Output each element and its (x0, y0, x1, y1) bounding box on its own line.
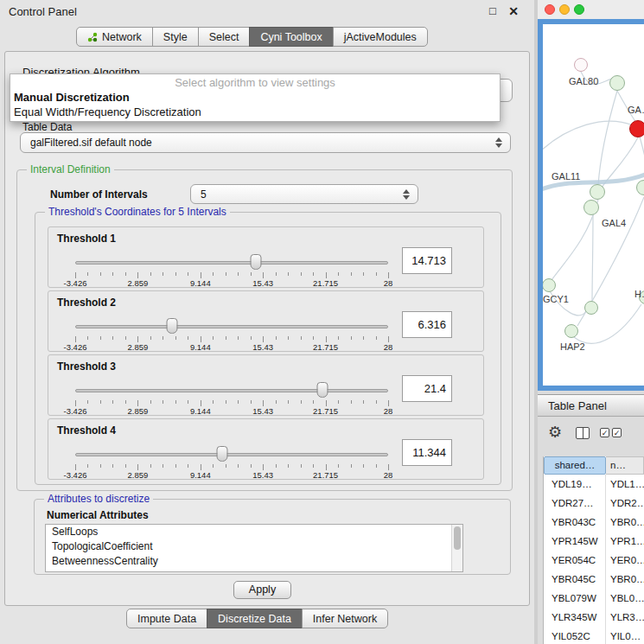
attribute-list-item[interactable]: SelfLoops (46, 525, 462, 539)
slider-track[interactable] (75, 261, 388, 265)
scale-label: 21.715 (313, 342, 338, 352)
gear-icon[interactable]: ⚙ (548, 423, 562, 442)
num-intervals-combobox[interactable]: 5 (190, 184, 418, 204)
scrollbar-thumb[interactable] (454, 526, 461, 550)
scale-label: 28 (384, 278, 393, 288)
checkbox-icon[interactable]: ✓ (612, 428, 622, 437)
table-row[interactable]: YDR27…YDR2… (544, 494, 644, 513)
tab-impute-data[interactable]: Impute Data (126, 609, 207, 628)
dropdown-item[interactable]: Equal Width/Frequency Discretization (10, 105, 500, 119)
threshold-slider[interactable]: -3.4262.8599.14415.4321.71528 (75, 381, 388, 414)
window-title: Control Panel (9, 5, 77, 18)
interval-definition-group: Interval Definition Number of Intervals … (16, 169, 513, 491)
threshold-slider[interactable]: -3.4262.8599.14415.4321.71528 (75, 253, 388, 286)
network-node-label: GAL4 (602, 218, 626, 228)
mac-close-button[interactable] (545, 4, 555, 15)
slider-thumb[interactable] (316, 382, 328, 398)
scale-label: 2.859 (128, 278, 149, 288)
float-window-icon[interactable]: □ (486, 4, 500, 17)
slider-scale-labels: -3.4262.8599.14415.4321.71528 (75, 470, 388, 480)
tab-label: Style (163, 31, 188, 43)
numerical-attributes-list[interactable]: SelfLoopsTopologicalCoefficientBetweenne… (45, 524, 463, 572)
table-row[interactable]: YIL052CYIL0… (544, 627, 644, 644)
threshold-value-field[interactable]: 6.316 (402, 311, 452, 338)
table-panel-header: Table Panel (538, 394, 644, 417)
scale-label: 21.715 (313, 278, 338, 288)
table-data-combobox[interactable]: galFiltered.sif default node (20, 132, 511, 153)
close-window-icon[interactable]: ✕ (507, 4, 520, 18)
scale-label: 2.859 (128, 470, 149, 480)
mac-minimize-button[interactable] (559, 4, 570, 15)
network-node-label: GAL11 (552, 171, 580, 182)
tab-jactivemodules[interactable]: jActiveModules (333, 27, 428, 47)
columns-icon[interactable] (576, 427, 590, 439)
column-header-shared-name[interactable]: shared… (544, 456, 606, 475)
scale-label: 9.144 (190, 278, 211, 288)
top-tab-bar: Network Style Select Cyni Toolbox jActiv… (76, 27, 428, 47)
slider-thumb[interactable] (167, 318, 178, 334)
network-node[interactable] (583, 200, 599, 215)
scale-label: 15.43 (252, 342, 273, 352)
tab-cyni-toolbox[interactable]: Cyni Toolbox (249, 27, 333, 47)
tab-network[interactable]: Network (76, 27, 153, 47)
table-row[interactable]: YDL19…YDL1… (544, 475, 644, 494)
threshold-block: Threshold 3 -3.4262.8599.14415.4321.7152… (48, 354, 484, 416)
slider-thumb[interactable] (250, 254, 261, 270)
threshold-slider[interactable]: -3.4262.8599.14415.4321.71528 (75, 445, 388, 478)
table-row[interactable]: YPR145WYPR1… (544, 532, 644, 551)
threshold-value-field[interactable]: 11.344 (402, 439, 452, 466)
combo-arrows-icon (402, 189, 411, 200)
column-header-name[interactable]: n… (606, 456, 644, 475)
slider-track[interactable] (75, 389, 388, 392)
threshold-block: Threshold 4 -3.4262.8599.14415.4321.7152… (48, 418, 484, 480)
table-row[interactable]: YBR043CYBR0… (544, 513, 644, 532)
network-canvas[interactable]: GAL80GA…GAL11GAL4GCY1H…HAP2 (543, 24, 644, 386)
network-node[interactable] (584, 301, 598, 315)
tab-label: Impute Data (137, 613, 196, 625)
scale-label: -3.426 (64, 342, 87, 352)
bottom-tab-bar: Impute Data Discretize Data Infer Networ… (126, 609, 388, 628)
slider-track[interactable] (75, 453, 388, 456)
network-node[interactable] (564, 324, 578, 338)
table-panel-title: Table Panel (548, 399, 607, 412)
dropdown-item[interactable]: Manual Discretization (10, 90, 500, 105)
table-row[interactable]: YBR045CYBR0… (544, 570, 644, 589)
attribute-list-item[interactable]: BetweennessCentrality (46, 554, 462, 569)
network-node[interactable] (629, 120, 644, 137)
network-node[interactable] (590, 184, 605, 200)
tab-select[interactable]: Select (198, 27, 251, 47)
network-window-titlebar (538, 0, 644, 19)
scale-label: 2.859 (128, 342, 149, 352)
table-row[interactable]: YLR345WYLR3… (544, 608, 644, 627)
network-node[interactable] (609, 75, 625, 91)
tab-style[interactable]: Style (152, 27, 199, 47)
scale-label: -3.426 (64, 470, 87, 480)
table-row[interactable]: YBL079WYBL0… (544, 589, 644, 608)
thresholds-group-title: Threshold's Coordinates for 5 Intervals (45, 206, 230, 218)
scale-label: -3.426 (64, 278, 87, 288)
tab-infer-network[interactable]: Infer Network (302, 609, 388, 628)
numerical-attributes-label: Numerical Attributes (47, 509, 149, 521)
slider-thumb[interactable] (217, 446, 228, 462)
table-row[interactable]: YER054CYER0… (544, 551, 644, 570)
threshold-value-field[interactable]: 14.713 (402, 247, 452, 274)
tab-discretize-data[interactable]: Discretize Data (207, 609, 303, 628)
apply-button[interactable]: Apply (233, 581, 291, 599)
checkbox-icon[interactable]: ✓ (600, 428, 609, 437)
scale-label: 15.43 (252, 470, 273, 480)
app-root: Control Panel □ ✕ Network Style Select C… (0, 0, 644, 644)
mac-zoom-button[interactable] (574, 4, 584, 15)
slider-track[interactable] (75, 325, 388, 328)
threshold-value-field[interactable]: 21.4 (402, 375, 452, 402)
scale-label: -3.426 (64, 406, 87, 416)
dropdown-prompt: Select algorithm to view settings (10, 74, 500, 90)
attribute-list-item[interactable]: TopologicalCoefficient (46, 539, 462, 554)
algorithm-dropdown-list: Manual DiscretizationEqual Width/Frequen… (10, 90, 500, 119)
threshold-block: Threshold 1 -3.4262.8599.14415.4321.7152… (48, 226, 484, 288)
network-node[interactable] (574, 58, 588, 72)
num-intervals-label: Number of Intervals (50, 188, 148, 201)
table-body: YDL19…YDL1…YDR27…YDR2…YBR043CYBR0…YPR145… (544, 475, 644, 644)
list-scrollbar[interactable] (451, 525, 462, 571)
combo-arrows-icon (494, 137, 503, 148)
threshold-slider[interactable]: -3.4262.8599.14415.4321.71528 (75, 317, 388, 350)
